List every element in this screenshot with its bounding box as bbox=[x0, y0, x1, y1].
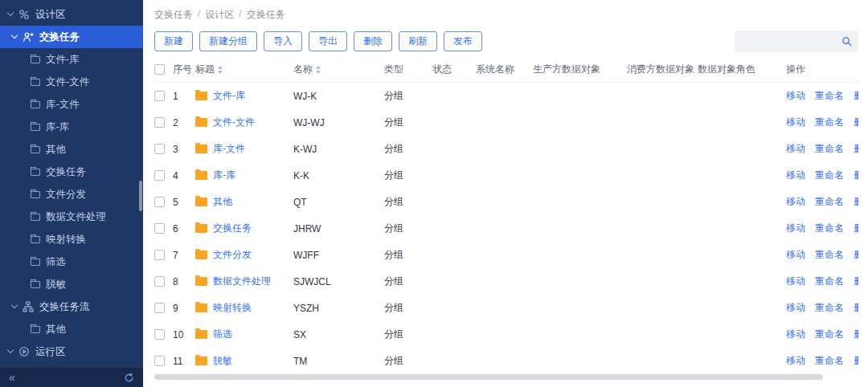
sort-icon[interactable] bbox=[218, 66, 223, 74]
sidebar-item-exchange-taskflow[interactable]: 交换任务流 bbox=[0, 295, 143, 318]
toolbar-button[interactable]: 发布 bbox=[444, 31, 482, 51]
row-op-delete[interactable]: 删除 bbox=[854, 195, 858, 209]
row-op-delete[interactable]: 删除 bbox=[854, 89, 858, 103]
row-op-move[interactable]: 移动 bbox=[786, 195, 805, 209]
toolbar-button[interactable]: 导出 bbox=[309, 31, 347, 51]
row-checkbox[interactable] bbox=[154, 117, 165, 128]
sidebar-item-masking[interactable]: 脱敏 bbox=[0, 273, 143, 295]
row-op-delete[interactable]: 删除 bbox=[854, 116, 858, 129]
column-header-type: 类型 bbox=[384, 63, 432, 76]
column-header-producer: 生产方数据对象 bbox=[533, 63, 627, 76]
row-checkbox[interactable] bbox=[154, 329, 165, 340]
sidebar-item-data-file-processing[interactable]: 数据文件处理 bbox=[0, 206, 143, 228]
row-op-rename[interactable]: 重命名 bbox=[815, 248, 844, 262]
breadcrumb-item[interactable]: 设计区 bbox=[205, 8, 234, 22]
row-op-delete[interactable]: 删除 bbox=[854, 142, 858, 156]
refresh-icon[interactable] bbox=[124, 373, 134, 383]
horizontal-scrollbar-thumb[interactable] bbox=[154, 374, 823, 380]
row-op-delete[interactable]: 删除 bbox=[854, 248, 858, 262]
sort-icon[interactable] bbox=[316, 66, 321, 74]
toolbar-button[interactable]: 导入 bbox=[264, 31, 302, 51]
sidebar-item-filter[interactable]: 筛选 bbox=[0, 251, 143, 273]
row-title-link[interactable]: 文件分发 bbox=[213, 248, 252, 262]
row-op-move[interactable]: 移动 bbox=[786, 328, 805, 341]
toolbar-button[interactable]: 刷新 bbox=[399, 31, 437, 51]
row-op-rename[interactable]: 重命名 bbox=[815, 169, 844, 182]
sidebar-item-exchange-task[interactable]: 交换任务 bbox=[0, 161, 143, 183]
row-op-move[interactable]: 移动 bbox=[786, 222, 805, 235]
sidebar-item-exchange-tasks[interactable]: 交换任务 bbox=[0, 26, 143, 48]
search-input[interactable] bbox=[741, 36, 841, 47]
row-checkbox[interactable] bbox=[154, 197, 165, 207]
row-op-move[interactable]: 移动 bbox=[786, 169, 805, 182]
sidebar-item-file-distribution[interactable]: 文件分发 bbox=[0, 183, 143, 206]
sidebar-scrollbar-thumb[interactable] bbox=[139, 181, 142, 211]
row-title-link[interactable]: 交换任务 bbox=[213, 222, 252, 235]
row-op-delete[interactable]: 删除 bbox=[854, 301, 858, 315]
app-window: 设计区 交换任务 文件-库 文件-文件 库-文件 bbox=[0, 0, 868, 387]
search-icon[interactable] bbox=[841, 36, 852, 47]
row-title-link[interactable]: 筛选 bbox=[213, 328, 232, 341]
row-checkbox[interactable] bbox=[154, 144, 165, 154]
row-title-link[interactable]: 库-库 bbox=[213, 169, 235, 182]
select-all-checkbox[interactable] bbox=[154, 64, 165, 75]
row-op-rename[interactable]: 重命名 bbox=[815, 195, 844, 209]
row-op-move[interactable]: 移动 bbox=[786, 89, 805, 103]
row-type: 分组 bbox=[384, 142, 432, 156]
row-type: 分组 bbox=[384, 328, 432, 341]
row-checkbox[interactable] bbox=[154, 170, 165, 181]
toolbar-button[interactable]: 新建分组 bbox=[199, 31, 257, 51]
column-header-name[interactable]: 名称 bbox=[293, 63, 384, 76]
sidebar-item-taskflow-other[interactable]: 其他 bbox=[0, 318, 143, 340]
sidebar-item-file-file[interactable]: 文件-文件 bbox=[0, 71, 143, 93]
sidebar-item-db-file[interactable]: 库-文件 bbox=[0, 93, 143, 116]
sidebar-item-design-area[interactable]: 设计区 bbox=[0, 3, 143, 26]
row-title-link[interactable]: 文件-文件 bbox=[213, 116, 255, 129]
sidebar-item-other[interactable]: 其他 bbox=[0, 138, 143, 161]
sidebar-item-db-db[interactable]: 库-库 bbox=[0, 116, 143, 138]
sidebar-item-mapping-transform[interactable]: 映射转换 bbox=[0, 228, 143, 251]
row-title-link[interactable]: 数据文件处理 bbox=[213, 275, 271, 288]
row-op-rename[interactable]: 重命名 bbox=[815, 89, 844, 103]
sidebar-item-file-db[interactable]: 文件-库 bbox=[0, 48, 143, 71]
row-checkbox[interactable] bbox=[154, 276, 165, 287]
row-op-delete[interactable]: 删除 bbox=[854, 222, 858, 235]
row-op-move[interactable]: 移动 bbox=[786, 301, 805, 315]
column-header-title[interactable]: 标题 bbox=[195, 63, 293, 76]
row-op-rename[interactable]: 重命名 bbox=[815, 275, 844, 288]
row-type: 分组 bbox=[384, 275, 432, 288]
row-op-rename[interactable]: 重命名 bbox=[815, 222, 844, 235]
sidebar-item-run-area[interactable]: 运行区 bbox=[0, 340, 143, 363]
row-op-move[interactable]: 移动 bbox=[786, 116, 805, 129]
row-op-move[interactable]: 移动 bbox=[786, 354, 805, 368]
row-checkbox[interactable] bbox=[154, 91, 165, 101]
sidebar-item-label: 文件-库 bbox=[46, 53, 80, 67]
row-op-move[interactable]: 移动 bbox=[786, 275, 805, 288]
row-op-delete[interactable]: 删除 bbox=[854, 328, 858, 341]
row-checkbox[interactable] bbox=[154, 250, 165, 260]
toolbar-button[interactable]: 新建 bbox=[154, 31, 193, 51]
row-op-rename[interactable]: 重命名 bbox=[815, 301, 844, 315]
row-op-rename[interactable]: 重命名 bbox=[815, 328, 844, 341]
row-op-delete[interactable]: 删除 bbox=[854, 275, 858, 288]
row-checkbox[interactable] bbox=[154, 356, 165, 366]
folder-icon bbox=[31, 191, 40, 198]
row-title-link[interactable]: 其他 bbox=[213, 195, 232, 209]
collapse-sidebar-button[interactable]: « bbox=[9, 372, 15, 383]
row-op-move[interactable]: 移动 bbox=[786, 142, 805, 156]
row-index: 2 bbox=[173, 117, 195, 128]
row-op-rename[interactable]: 重命名 bbox=[815, 354, 844, 368]
row-op-move[interactable]: 移动 bbox=[786, 248, 805, 262]
row-op-delete[interactable]: 删除 bbox=[854, 354, 858, 368]
row-op-rename[interactable]: 重命名 bbox=[815, 116, 844, 129]
row-title-link[interactable]: 脱敏 bbox=[213, 354, 232, 368]
row-title-link[interactable]: 库-文件 bbox=[213, 142, 245, 156]
toolbar-button[interactable]: 删除 bbox=[354, 31, 392, 51]
row-op-rename[interactable]: 重命名 bbox=[815, 142, 844, 156]
row-title-link[interactable]: 文件-库 bbox=[213, 89, 245, 103]
row-checkbox[interactable] bbox=[154, 303, 165, 313]
row-title-link[interactable]: 映射转换 bbox=[213, 301, 252, 315]
row-checkbox[interactable] bbox=[154, 223, 165, 234]
row-op-delete[interactable]: 删除 bbox=[854, 169, 858, 182]
breadcrumb-item[interactable]: 交换任务 bbox=[154, 8, 193, 22]
